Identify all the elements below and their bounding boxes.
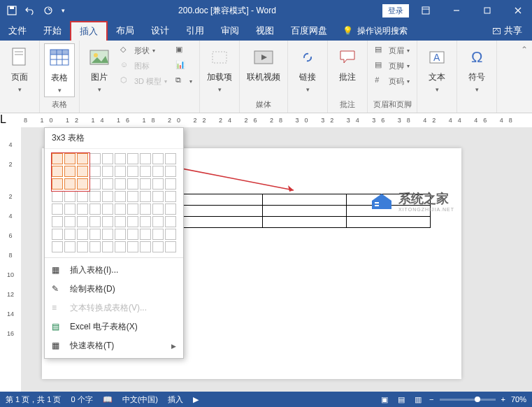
web-layout-icon[interactable]: ▥	[412, 394, 424, 405]
grid-cell[interactable]	[52, 178, 63, 190]
grid-cell[interactable]	[77, 178, 88, 190]
grid-cell[interactable]	[152, 191, 164, 202]
chart-button[interactable]: 📊	[173, 59, 195, 73]
grid-cell[interactable]	[77, 166, 88, 177]
zoom-in-icon[interactable]: +	[501, 395, 505, 404]
grid-cell[interactable]	[52, 229, 63, 240]
grid-cell[interactable]	[165, 191, 176, 202]
grid-cell[interactable]	[89, 153, 101, 164]
comment-button[interactable]: 批注	[332, 43, 363, 86]
page-indicator[interactable]: 第 1 页，共 1 页	[6, 394, 61, 405]
table-cell[interactable]	[179, 206, 263, 217]
table-cell[interactable]	[263, 206, 347, 217]
grid-cell[interactable]	[127, 229, 138, 240]
tell-me-search[interactable]: 💡 操作说明搜索	[336, 25, 415, 37]
grid-cell[interactable]	[152, 216, 164, 227]
grid-cell[interactable]	[64, 191, 76, 202]
grid-cell[interactable]	[64, 241, 76, 252]
grid-cell[interactable]	[64, 153, 76, 164]
grid-cell[interactable]	[165, 153, 176, 164]
maximize-icon[interactable]	[473, 0, 501, 21]
table-cell[interactable]	[347, 217, 431, 228]
grid-cell[interactable]	[89, 191, 101, 202]
redo-icon[interactable]	[43, 6, 53, 15]
grid-cell[interactable]	[77, 241, 88, 252]
grid-cell[interactable]	[64, 204, 76, 215]
table-cell[interactable]	[263, 217, 347, 228]
tab-file[interactable]: 文件	[0, 21, 35, 41]
tab-design[interactable]: 设计	[143, 21, 178, 41]
header-button[interactable]: ▤页眉▾	[372, 43, 412, 57]
grid-cell[interactable]	[89, 204, 101, 215]
grid-cell[interactable]	[152, 241, 164, 252]
online-video-button[interactable]: 联机视频	[244, 43, 283, 86]
grid-cell[interactable]	[64, 166, 76, 177]
grid-cell[interactable]	[140, 241, 151, 252]
minimize-icon[interactable]	[443, 0, 470, 21]
grid-cell[interactable]	[152, 166, 164, 177]
language-indicator[interactable]: 中文(中国)	[122, 394, 158, 405]
links-button[interactable]: 链接 ▾	[292, 43, 323, 96]
zoom-level[interactable]: 70%	[511, 395, 526, 404]
tab-baidu[interactable]: 百度网盘	[282, 21, 336, 41]
grid-cell[interactable]	[77, 216, 88, 227]
grid-cell[interactable]	[77, 153, 88, 164]
shapes-button[interactable]: ◇形状▾	[117, 43, 170, 57]
grid-cell[interactable]	[140, 191, 151, 202]
grid-cell[interactable]	[77, 191, 88, 202]
grid-cell[interactable]	[64, 216, 76, 227]
grid-cell[interactable]	[127, 204, 138, 215]
insert-table-item[interactable]: ▦ 插入表格(I)...	[45, 261, 183, 280]
grid-cell[interactable]	[140, 216, 151, 227]
grid-cell[interactable]	[115, 191, 126, 202]
table-cell[interactable]	[179, 194, 263, 206]
grid-cell[interactable]	[89, 166, 101, 177]
textbox-button[interactable]: A 文本 ▾	[422, 43, 452, 96]
grid-cell[interactable]	[77, 229, 88, 240]
grid-cell[interactable]	[140, 204, 151, 215]
grid-cell[interactable]	[102, 241, 113, 252]
grid-cell[interactable]	[140, 153, 151, 164]
grid-cell[interactable]	[127, 191, 138, 202]
grid-cell[interactable]	[165, 241, 176, 252]
grid-cell[interactable]	[89, 178, 101, 190]
word-count[interactable]: 0 个字	[71, 394, 92, 405]
spellcheck-icon[interactable]: 📖	[103, 395, 113, 404]
excel-spreadsheet-item[interactable]: ▤ Excel 电子表格(X)	[45, 317, 183, 336]
pictures-button[interactable]: 图片 ▾	[84, 43, 115, 96]
grid-cell[interactable]	[64, 178, 76, 190]
grid-cell[interactable]	[152, 178, 164, 190]
grid-cell[interactable]	[115, 229, 126, 240]
grid-cell[interactable]	[127, 166, 138, 177]
tab-references[interactable]: 引用	[178, 21, 213, 41]
grid-cell[interactable]	[127, 216, 138, 227]
grid-cell[interactable]	[102, 166, 113, 177]
grid-cell[interactable]	[64, 229, 76, 240]
grid-cell[interactable]	[102, 204, 113, 215]
grid-cell[interactable]	[165, 216, 176, 227]
grid-cell[interactable]	[165, 166, 176, 177]
share-button[interactable]: ⮹ 共享	[482, 24, 532, 37]
grid-cell[interactable]	[89, 216, 101, 227]
grid-cell[interactable]	[115, 178, 126, 190]
grid-cell[interactable]	[140, 178, 151, 190]
ribbon-options-icon[interactable]	[412, 0, 440, 21]
insert-mode[interactable]: 插入	[168, 394, 183, 405]
grid-cell[interactable]	[52, 216, 63, 227]
grid-cell[interactable]	[77, 204, 88, 215]
grid-cell[interactable]	[102, 229, 113, 240]
undo-icon[interactable]	[25, 6, 35, 15]
close-icon[interactable]	[504, 0, 532, 21]
pages-button[interactable]: 页面 ▾	[4, 43, 35, 96]
read-mode-icon[interactable]: ▣	[379, 394, 390, 405]
grid-cell[interactable]	[115, 241, 126, 252]
table-button[interactable]: 表格 ▾	[44, 43, 75, 97]
3d-models-button[interactable]: ⬡3D 模型▾	[117, 74, 170, 88]
grid-cell[interactable]	[165, 229, 176, 240]
table-cell[interactable]	[179, 217, 263, 228]
grid-cell[interactable]	[165, 204, 176, 215]
footer-button[interactable]: ▤页脚▾	[372, 59, 412, 73]
grid-cell[interactable]	[89, 241, 101, 252]
table-grid-picker[interactable]	[45, 149, 183, 257]
draw-table-item[interactable]: ✎ 绘制表格(D)	[45, 280, 183, 299]
